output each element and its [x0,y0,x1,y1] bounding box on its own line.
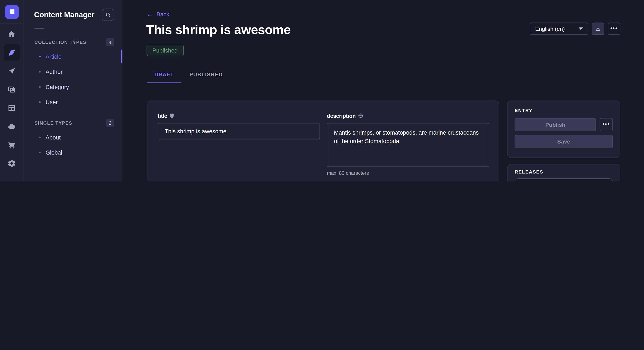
nav-content-type-builder[interactable] [4,100,20,116]
back-link[interactable]: ← Back [147,11,169,18]
nav-deploy[interactable] [4,63,20,79]
locale-select-value: English (en) [535,26,565,32]
bullet-icon [39,55,41,57]
download-icon [595,26,601,32]
title-value: This shrimp is awesome [164,128,226,135]
cloud-icon [8,122,16,131]
main-content: ← Back This shrimp is awesome Published … [122,0,644,181]
single-types-count: 2 [106,119,114,127]
collection-types-header: COLLECTION TYPES 4 [24,38,122,46]
collection-types-label: COLLECTION TYPES [34,40,86,45]
home-icon [8,30,16,38]
description-field: description Mantis shrimps, or stomatopo… [327,112,489,176]
locale-globe-icon [170,113,175,118]
bullet-icon [39,152,41,153]
entry-panel: ENTRY Publish ••• Save [507,101,620,158]
sidebar-item-about[interactable]: About [24,130,122,145]
nav-items [0,24,24,172]
description-value: Mantis shrimps, or stomatopods, are mari… [334,129,479,144]
media-library-icon [8,85,16,94]
nav-settings[interactable] [4,155,20,172]
releases-panel-title: RELEASES [515,170,613,174]
sidebar-item-global[interactable]: Global [24,145,122,160]
title-label: title [158,113,168,119]
sidebar-item-label: About [46,134,61,141]
entry-save-row: Save [515,135,613,148]
tab-published[interactable]: PUBLISHED [182,68,231,83]
single-types-label: SINGLE TYPES [34,121,72,126]
header-actions: English (en) ••• [530,22,620,35]
subnav-divider [34,28,44,29]
app-window: KD Content Manager COLLECTION TYPES 4 Ar… [0,0,644,181]
entry-more-button[interactable]: ••• [600,118,613,131]
bullet-icon [39,101,41,103]
description-label-row: description [327,112,489,120]
single-types-header: SINGLE TYPES 2 [24,119,122,127]
collection-types-list: Article Author Category User [24,49,122,110]
description-textarea[interactable]: Mantis shrimps, or stomatopods, are mari… [327,123,489,167]
description-helper: max. 80 characters [327,170,489,176]
publish-button[interactable]: Publish [515,118,596,131]
sidebar-item-label: User [46,99,58,105]
more-icon: ••• [602,121,610,127]
title-field: title This shrimp is awesome [158,112,320,140]
export-button[interactable] [592,22,604,35]
strapi-logo[interactable] [5,5,19,19]
chevron-down-icon [578,27,583,30]
sidebar-item-category[interactable]: Category [24,79,122,94]
locale-select[interactable]: English (en) [530,22,588,35]
releases-panel: RELEASES Will be published in Spring Sum… [507,164,620,181]
nav-media-library[interactable] [4,81,20,98]
description-label: description [327,113,356,119]
search-icon [105,12,111,18]
bullet-icon [39,86,41,88]
single-types-list: About Global [24,130,122,160]
subnav-title: Content Manager [34,10,94,19]
locale-globe-icon [358,113,363,118]
nav-marketplace[interactable] [4,137,20,153]
main-nav: KD [0,0,24,181]
content-manager-subnav: Content Manager COLLECTION TYPES 4 Artic… [24,0,122,181]
nav-content-manager[interactable] [4,44,20,61]
header-more-button[interactable]: ••• [608,22,620,35]
gear-icon [8,159,16,168]
entry-publish-row: Publish ••• [515,118,613,131]
cart-icon [8,141,16,149]
title-input[interactable]: This shrimp is awesome [158,123,320,140]
back-label: Back [156,11,169,18]
sidebar-item-author[interactable]: Author [24,64,122,79]
sidebar-item-label: Category [46,83,69,90]
layout-icon [8,104,16,112]
version-tabs: DRAFT PUBLISHED [147,68,231,83]
bullet-icon [39,136,41,138]
entry-form-card: title This shrimp is awesome description… [147,101,499,181]
nav-cloud[interactable] [4,118,20,134]
release-card-header: Will be published in [515,179,612,181]
more-icon: ••• [610,25,618,31]
save-button[interactable]: Save [515,135,613,148]
sidebar-item-user[interactable]: User [24,94,122,110]
sidebar-item-label: Global [46,149,62,156]
bullet-icon [39,71,41,72]
status-badge: Published [147,45,184,56]
sidebar-item-label: Author [46,68,62,75]
feather-icon [8,48,16,57]
strapi-logo-icon [8,8,16,16]
tab-draft[interactable]: DRAFT [147,68,182,83]
collection-types-count: 4 [106,38,114,46]
back-arrow-icon: ← [147,11,153,18]
send-icon [8,67,16,75]
release-card: Will be published in Spring Summer highl… [515,178,613,181]
subnav-header: Content Manager [24,0,122,21]
page-title: This shrimp is awesome [146,22,291,37]
title-label-row: title [158,112,320,120]
entry-panel-title: ENTRY [515,108,613,113]
search-button[interactable] [102,9,114,21]
sidebar-item-label: Article [46,53,62,60]
sidebar-item-article[interactable]: Article [24,49,122,64]
nav-home[interactable] [4,26,20,42]
